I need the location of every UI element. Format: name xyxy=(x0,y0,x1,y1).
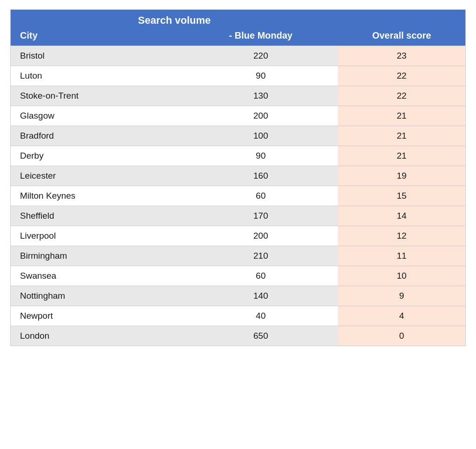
search-volume-cell: 220 xyxy=(184,46,338,66)
city-column-header: City xyxy=(11,28,184,46)
table-row: Milton Keynes6015 xyxy=(11,186,465,206)
search-volume-cell: 130 xyxy=(184,86,338,106)
overall-score-cell: 23 xyxy=(338,46,465,66)
table-row: Bristol22023 xyxy=(11,46,465,66)
header-top-row: Search volume xyxy=(11,10,465,28)
search-volume-cell: 200 xyxy=(184,226,338,246)
search-volume-header: Search volume xyxy=(11,10,338,28)
search-volume-column-header: - Blue Monday xyxy=(184,28,338,46)
city-cell: London xyxy=(11,326,184,346)
data-table: Search volume City - Blue Monday Overall… xyxy=(11,10,465,346)
table-row: Nottingham1409 xyxy=(11,286,465,306)
table-row: Derby9021 xyxy=(11,146,465,166)
city-cell: Bristol xyxy=(11,46,184,66)
overall-score-cell: 11 xyxy=(338,246,465,266)
overall-score-cell: 0 xyxy=(338,326,465,346)
table-row: Liverpool20012 xyxy=(11,226,465,246)
overall-score-cell: 22 xyxy=(338,86,465,106)
search-volume-cell: 160 xyxy=(184,166,338,186)
search-volume-cell: 210 xyxy=(184,246,338,266)
city-cell: Bradford xyxy=(11,126,184,146)
table-row: Birmingham21011 xyxy=(11,246,465,266)
table-row: Newport404 xyxy=(11,306,465,326)
overall-score-cell: 22 xyxy=(338,66,465,86)
city-cell: Leicester xyxy=(11,166,184,186)
city-cell: Stoke-on-Trent xyxy=(11,86,184,106)
overall-score-header-placeholder xyxy=(338,10,465,28)
table-row: Stoke-on-Trent13022 xyxy=(11,86,465,106)
search-volume-cell: 90 xyxy=(184,146,338,166)
overall-score-column-header: Overall score xyxy=(338,28,465,46)
table-row: Glasgow20021 xyxy=(11,106,465,126)
city-cell: Nottingham xyxy=(11,286,184,306)
city-cell: Luton xyxy=(11,66,184,86)
overall-score-cell: 21 xyxy=(338,106,465,126)
table-body: Bristol22023Luton9022Stoke-on-Trent13022… xyxy=(11,46,465,346)
overall-score-cell: 19 xyxy=(338,166,465,186)
header-bottom-row: City - Blue Monday Overall score xyxy=(11,28,465,46)
overall-score-cell: 21 xyxy=(338,126,465,146)
table-row: Luton9022 xyxy=(11,66,465,86)
main-table-container: Search volume City - Blue Monday Overall… xyxy=(10,9,466,346)
city-cell: Glasgow xyxy=(11,106,184,126)
city-cell: Liverpool xyxy=(11,226,184,246)
search-volume-cell: 90 xyxy=(184,66,338,86)
city-cell: Newport xyxy=(11,306,184,326)
search-volume-cell: 140 xyxy=(184,286,338,306)
search-volume-cell: 60 xyxy=(184,186,338,206)
search-volume-cell: 170 xyxy=(184,206,338,226)
city-cell: Birmingham xyxy=(11,246,184,266)
overall-score-cell: 12 xyxy=(338,226,465,246)
city-cell: Sheffield xyxy=(11,206,184,226)
city-cell: Derby xyxy=(11,146,184,166)
table-row: Leicester16019 xyxy=(11,166,465,186)
overall-score-cell: 15 xyxy=(338,186,465,206)
table-row: Swansea6010 xyxy=(11,266,465,286)
overall-score-cell: 10 xyxy=(338,266,465,286)
overall-score-cell: 14 xyxy=(338,206,465,226)
table-row: Sheffield17014 xyxy=(11,206,465,226)
overall-score-cell: 9 xyxy=(338,286,465,306)
search-volume-cell: 60 xyxy=(184,266,338,286)
city-cell: Milton Keynes xyxy=(11,186,184,206)
table-row: Bradford10021 xyxy=(11,126,465,146)
search-volume-cell: 650 xyxy=(184,326,338,346)
city-cell: Swansea xyxy=(11,266,184,286)
search-volume-cell: 40 xyxy=(184,306,338,326)
table-row: London6500 xyxy=(11,326,465,346)
search-volume-cell: 200 xyxy=(184,106,338,126)
search-volume-cell: 100 xyxy=(184,126,338,146)
overall-score-cell: 4 xyxy=(338,306,465,326)
overall-score-cell: 21 xyxy=(338,146,465,166)
